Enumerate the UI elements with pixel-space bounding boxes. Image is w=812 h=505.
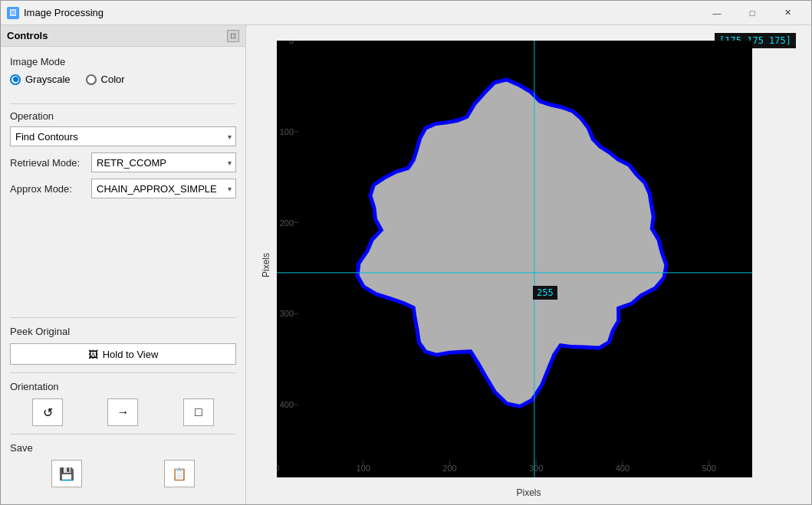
orientation-section: Orientation ↺ → □: [10, 372, 236, 434]
approx-mode-row: Approx Mode: CHAIN_APPROX_NONE CHAIN_APP…: [10, 179, 236, 198]
peek-icon: 🖼: [88, 349, 98, 360]
x-axis-label: Pixels: [516, 487, 541, 498]
save-section: Save 💾 📋: [10, 434, 236, 495]
maximize-button[interactable]: □: [735, 1, 770, 25]
save-file-button[interactable]: 💾: [51, 460, 82, 487]
sidebar-header: Controls □: [1, 25, 245, 47]
operation-dropdown-wrapper: Find Contours Threshold Edge Detection B…: [10, 126, 236, 146]
window-title: Image Processing: [24, 7, 699, 18]
operation-dropdown[interactable]: Find Contours Threshold Edge Detection B…: [10, 126, 236, 146]
peek-label: Peek Original: [10, 326, 236, 337]
grayscale-label: Grayscale: [25, 74, 71, 85]
sidebar-collapse-btn[interactable]: □: [227, 30, 239, 42]
export-button[interactable]: 📋: [164, 460, 195, 487]
rotate-ccw-button[interactable]: ↺: [32, 398, 63, 426]
main-window: 🖼 Image Processing — □ ✕ Controls □ Imag…: [0, 0, 812, 505]
color-radio-item[interactable]: Color: [86, 74, 125, 85]
window-controls: — □ ✕: [699, 1, 805, 25]
peek-section: Peek Original 🖼 Hold to View: [10, 317, 236, 372]
image-area: [175 175 175] 255 298 Pixels Pixels: [246, 25, 811, 504]
sidebar-content: Image Mode Grayscale Color: [1, 47, 245, 504]
approx-mode-dropdown[interactable]: CHAIN_APPROX_NONE CHAIN_APPROX_SIMPLE CH…: [91, 179, 236, 198]
title-bar: 🖼 Image Processing — □ ✕: [1, 1, 811, 25]
y-axis-label: Pixels: [261, 252, 271, 277]
operation-section: Operation Find Contours Threshold Edge D…: [10, 110, 236, 152]
sidebar-title: Controls: [7, 30, 48, 41]
spacer: [10, 205, 236, 317]
content-area: Controls □ Image Mode Grayscale: [1, 25, 811, 504]
orientation-buttons: ↺ → □: [10, 398, 236, 426]
grayscale-radio-circle: [10, 74, 21, 85]
hold-to-view-label: Hold to View: [103, 349, 159, 360]
image-mode-section: Image Mode Grayscale Color: [10, 56, 236, 97]
image-mode-radio-group: Grayscale Color: [10, 74, 236, 85]
save-buttons: 💾 📋: [10, 460, 236, 487]
hold-to-view-button[interactable]: 🖼 Hold to View: [10, 343, 236, 365]
window-icon: 🖼: [7, 7, 19, 19]
retrieval-mode-dropdown[interactable]: RETR_EXTERNAL RETR_LIST RETR_CCOMP RETR_…: [91, 152, 236, 172]
crosshair-y-value: 255: [533, 286, 557, 300]
main-canvas[interactable]: [277, 41, 752, 477]
minimize-button[interactable]: —: [699, 1, 735, 25]
retrieval-mode-label: Retrieval Mode:: [10, 157, 87, 169]
crop-button[interactable]: □: [183, 398, 214, 426]
image-mode-label: Image Mode: [10, 56, 236, 67]
orientation-label: Orientation: [10, 381, 236, 392]
flip-horizontal-button[interactable]: →: [107, 398, 138, 426]
divider-1: [10, 103, 236, 104]
close-button[interactable]: ✕: [770, 1, 805, 25]
approx-dropdown-wrapper: CHAIN_APPROX_NONE CHAIN_APPROX_SIMPLE CH…: [91, 179, 236, 198]
approx-mode-label: Approx Mode:: [10, 183, 87, 195]
operation-label: Operation: [10, 110, 236, 122]
color-label: Color: [101, 74, 125, 85]
retrieval-dropdown-wrapper: RETR_EXTERNAL RETR_LIST RETR_CCOMP RETR_…: [91, 152, 236, 172]
save-label: Save: [10, 442, 236, 454]
retrieval-mode-row: Retrieval Mode: RETR_EXTERNAL RETR_LIST …: [10, 152, 236, 172]
sidebar: Controls □ Image Mode Grayscale: [1, 25, 246, 504]
color-radio-circle: [86, 74, 97, 85]
grayscale-radio-item[interactable]: Grayscale: [10, 74, 71, 85]
